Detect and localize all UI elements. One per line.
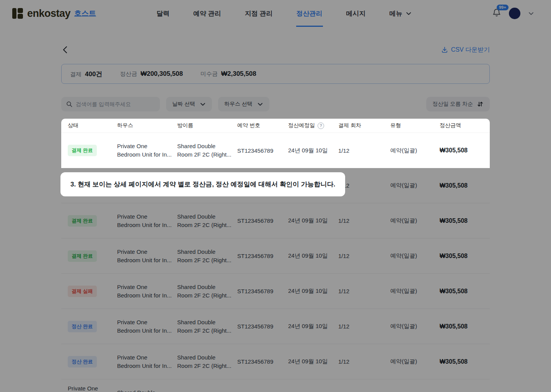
header-status: 상태 xyxy=(68,122,117,129)
status-badge: 결제 완료 xyxy=(68,145,97,156)
tutorial-spotlight: 상태 하우스 방이름 예약 번호 정산예정일 ? 결제 회차 유형 정산금액 결… xyxy=(61,119,490,168)
header-amount: 정산금액 xyxy=(440,122,490,129)
header-due-date: 정산예정일 ? xyxy=(288,122,338,129)
room-cell: Shared Double Room 2F 2C (Right... xyxy=(177,142,237,159)
tutorial-callout: 3. 현재 보이는 상세 페이지에서 계약 별로 정산금, 정산 예정일에 대해… xyxy=(60,172,345,196)
reservation-no-cell: ST123456789 xyxy=(237,147,288,154)
header-house: 하우스 xyxy=(117,122,177,129)
header-round: 결제 회차 xyxy=(338,122,390,129)
header-type: 유형 xyxy=(390,122,440,129)
table-header-row: 상태 하우스 방이름 예약 번호 정산예정일 ? 결제 회차 유형 정산금액 xyxy=(61,119,490,133)
table-row[interactable]: 결제 완료 Private One Bedroom Unit for In...… xyxy=(61,133,490,168)
due-date-cell: 24년 09월 10일 xyxy=(288,147,338,154)
round-cell: 1/12 xyxy=(338,147,390,154)
type-cell: 예약(일괄) xyxy=(390,147,440,154)
header-reservation-no: 예약 번호 xyxy=(237,122,288,129)
header-room: 방이름 xyxy=(177,122,237,129)
house-cell: Private One Bedroom Unit for In... xyxy=(117,142,177,159)
amount-cell: ₩305,508 xyxy=(440,147,490,154)
help-icon[interactable]: ? xyxy=(318,122,324,129)
